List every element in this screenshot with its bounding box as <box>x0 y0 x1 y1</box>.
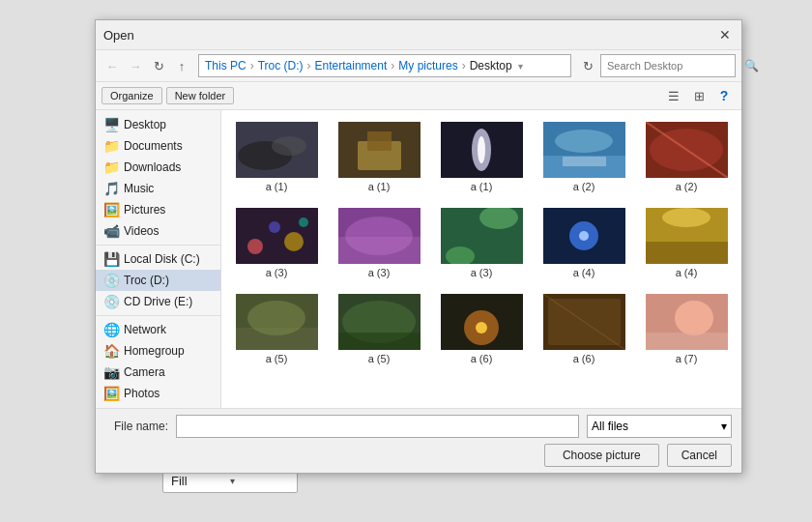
sidebar-item-music[interactable]: 🎵 Music <box>96 178 220 199</box>
svg-rect-33 <box>646 242 728 264</box>
refresh-button[interactable]: ↻ <box>577 55 598 76</box>
thumbnail-img <box>543 208 625 264</box>
filename-input[interactable] <box>176 415 579 438</box>
list-item[interactable]: a (1) <box>332 118 426 196</box>
list-item[interactable]: a (5) <box>332 290 426 368</box>
list-item[interactable]: a (6) <box>536 290 631 368</box>
breadcrumb-dropdown-icon[interactable]: ▾ <box>518 61 523 72</box>
thumbnail-label: a (2) <box>676 181 698 192</box>
sidebar-item-camera[interactable]: 📷 Camera <box>96 362 220 383</box>
view-list-icon[interactable]: ☰ <box>662 85 685 106</box>
svg-point-30 <box>579 231 589 241</box>
cancel-button[interactable]: Cancel <box>667 444 732 467</box>
sidebar-item-local-disk[interactable]: 💾 Local Disk (C:) <box>96 248 220 270</box>
recent-button[interactable]: ↻ <box>148 55 169 76</box>
list-item[interactable]: a (2) <box>639 118 734 196</box>
sidebar-item-label-documents: Documents <box>124 139 183 153</box>
file-type-select[interactable]: All files ▾ <box>587 415 732 438</box>
thumbnail-img <box>338 208 420 264</box>
sidebar-item-downloads[interactable]: 📁 Downloads <box>96 157 220 178</box>
sidebar-item-photos[interactable]: 🖼️ Photos <box>96 383 220 404</box>
thumbnail-img <box>441 208 523 264</box>
filename-label: File name: <box>105 420 168 433</box>
breadcrumb-mypictures[interactable]: My pictures <box>398 59 457 72</box>
sidebar-item-label-music: Music <box>124 182 154 195</box>
thumbnail-label: a (3) <box>368 267 391 278</box>
list-item[interactable]: a (1) <box>229 118 324 196</box>
up-button[interactable]: ↑ <box>171 55 192 76</box>
new-folder-button[interactable]: New folder <box>166 87 235 104</box>
breadcrumb-sep-3: › <box>391 59 394 72</box>
svg-point-19 <box>284 232 304 251</box>
sidebar-item-videos[interactable]: 📹 Videos <box>96 220 220 242</box>
thumbnail-label: a (6) <box>573 353 595 364</box>
forward-button[interactable]: → <box>125 55 146 76</box>
sidebar-item-label-downloads: Downloads <box>124 160 181 174</box>
svg-point-8 <box>478 136 485 163</box>
sidebar-divider-1 <box>96 245 220 246</box>
thumbnail-label: a (5) <box>368 353 391 364</box>
file-type-value: All files <box>592 420 628 433</box>
sidebar-item-cd-drive[interactable]: 💿 CD Drive (E:) <box>96 291 220 312</box>
list-item[interactable]: a (4) <box>639 204 734 282</box>
thumbnail-img <box>441 294 523 350</box>
dialog-title: Open <box>103 28 134 43</box>
view-grid-icon[interactable]: ⊞ <box>687 85 710 106</box>
back-button[interactable]: ← <box>102 55 123 76</box>
documents-icon: 📁 <box>103 138 119 154</box>
nav-toolbar: ← → ↻ ↑ This PC › Troc (D:) › Entertainm… <box>96 50 741 82</box>
choose-picture-button[interactable]: Choose picture <box>544 444 659 467</box>
list-item[interactable]: a (4) <box>536 204 631 282</box>
sidebar-item-documents[interactable]: 📁 Documents <box>96 135 220 157</box>
sidebar-divider-2 <box>96 315 220 316</box>
svg-point-11 <box>555 130 613 153</box>
list-item[interactable]: a (3) <box>434 204 529 282</box>
search-input[interactable] <box>607 60 740 72</box>
sidebar-item-label-pictures: Pictures <box>124 203 165 217</box>
close-button[interactable]: ✕ <box>716 26 734 44</box>
svg-point-2 <box>272 136 306 156</box>
breadcrumb-thispc[interactable]: This PC <box>205 59 246 72</box>
open-dialog: Open ✕ ← → ↻ ↑ This PC › Troc (D:) › Ent… <box>95 19 742 474</box>
desktop-icon: 🖥️ <box>103 117 119 132</box>
breadcrumb-desktop: Desktop <box>470 59 512 72</box>
help-icon[interactable]: ? <box>712 85 736 106</box>
sidebar-item-label-network: Network <box>124 323 166 336</box>
svg-rect-49 <box>646 333 728 350</box>
search-icon[interactable]: 🔍 <box>744 59 759 72</box>
sidebar-item-label-cd-drive: CD Drive (E:) <box>124 295 192 308</box>
thumbnail-label: a (4) <box>676 267 698 278</box>
sidebar-item-troc[interactable]: 💿 Troc (D:) <box>96 270 220 291</box>
thumbnail-img <box>338 122 420 178</box>
dialog-titlebar: Open ✕ <box>96 20 741 50</box>
thumbnail-label: a (4) <box>573 267 595 278</box>
list-item[interactable]: a (7) <box>639 290 734 368</box>
thumbnail-img <box>543 294 625 350</box>
svg-rect-5 <box>367 131 392 151</box>
breadcrumb-entertainment[interactable]: Entertainment <box>315 59 388 72</box>
view-buttons: ☰ ⊞ ? <box>662 85 736 106</box>
dialog-body: 🖥️ Desktop 📁 Documents 📁 Downloads 🎵 Mus… <box>96 110 741 408</box>
photos-icon: 🖼️ <box>103 386 119 401</box>
list-item[interactable]: a (5) <box>229 290 324 368</box>
list-item[interactable]: a (1) <box>434 118 529 196</box>
organize-button[interactable]: Organize <box>102 87 162 104</box>
list-item[interactable]: a (2) <box>536 118 631 196</box>
breadcrumb-troc[interactable]: Troc (D:) <box>258 59 304 72</box>
svg-point-17 <box>247 239 263 254</box>
sidebar-item-network[interactable]: 🌐 Network <box>96 319 220 340</box>
cd-drive-icon: 💿 <box>103 294 119 309</box>
thumbnail-label: a (6) <box>471 353 493 364</box>
sidebar-item-label-homegroup: Homegroup <box>124 344 185 358</box>
sidebar-item-pictures[interactable]: 🖼️ Pictures <box>96 199 220 220</box>
thumbnail-img <box>646 294 728 350</box>
svg-point-18 <box>269 221 280 233</box>
list-item[interactable]: a (6) <box>434 290 529 368</box>
sidebar-item-desktop[interactable]: 🖥️ Desktop <box>96 114 220 135</box>
list-item[interactable]: a (3) <box>332 204 426 282</box>
thumbnail-label: a (7) <box>676 353 698 364</box>
breadcrumb-bar: This PC › Troc (D:) › Entertainment › My… <box>198 54 571 77</box>
list-item[interactable]: a (3) <box>229 204 324 282</box>
file-type-chevron-icon: ▾ <box>721 420 727 433</box>
sidebar-item-homegroup[interactable]: 🏠 Homegroup <box>96 340 220 362</box>
